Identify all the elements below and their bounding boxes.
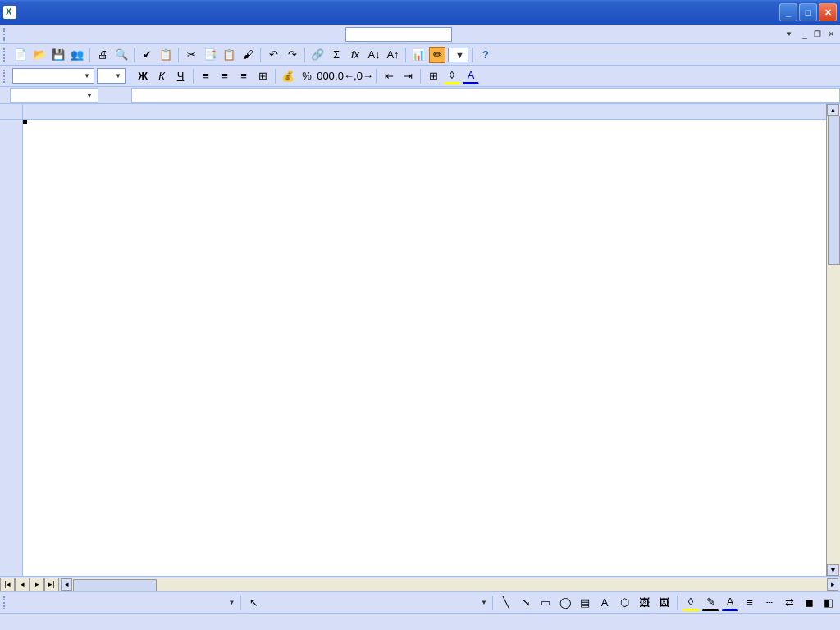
arrow-style-icon[interactable]: ⇄	[781, 595, 797, 611]
dropdown-arrow-icon[interactable]: ▼	[115, 72, 121, 80]
save-icon[interactable]: 💾	[50, 47, 66, 63]
bold-icon[interactable]: Ж	[135, 68, 151, 84]
italic-icon[interactable]: К	[153, 68, 170, 84]
underline-icon[interactable]: Ч	[172, 68, 189, 84]
select-objects-icon[interactable]: ↖	[246, 595, 262, 611]
diagram-icon[interactable]: ⬡	[616, 595, 632, 611]
zoom-combo[interactable]: ▼	[448, 48, 468, 62]
minimize-button[interactable]: _	[779, 3, 797, 21]
increase-decimal-icon[interactable]: ,0←	[336, 68, 353, 84]
picture-icon[interactable]: 🖼	[655, 595, 672, 611]
cells-area[interactable]	[23, 120, 826, 576]
close-button[interactable]: ✕	[819, 3, 837, 21]
scroll-up-icon[interactable]: ▲	[827, 104, 839, 116]
dropdown-arrow-icon[interactable]: ▼	[229, 599, 235, 606]
new-icon[interactable]: 📄	[12, 47, 29, 63]
align-left-icon[interactable]: ≡	[198, 68, 214, 84]
select-all-corner[interactable]	[0, 104, 23, 120]
undo-icon[interactable]: ↶	[265, 47, 281, 63]
formula-input[interactable]	[131, 88, 840, 103]
increase-indent-icon[interactable]: ⇥	[399, 68, 416, 84]
name-box[interactable]: ▼	[10, 88, 98, 103]
dropdown-arrow-icon[interactable]: ▼	[454, 50, 466, 60]
toolbar-grip-icon[interactable]	[3, 28, 7, 41]
title-bar: _ □ ✕	[0, 0, 840, 25]
oval-icon[interactable]: ◯	[557, 595, 573, 611]
worksheet-grid[interactable]: ▲ ▼	[0, 104, 840, 576]
arrow-icon[interactable]: ➘	[518, 595, 534, 611]
font-color-icon[interactable]: A	[463, 68, 479, 84]
drawing-icon[interactable]: ✏	[429, 47, 445, 63]
merge-center-icon[interactable]: ⊞	[254, 68, 271, 84]
clipart-icon[interactable]: 🖼	[636, 595, 652, 611]
dropdown-arrow-icon[interactable]: ▼	[786, 30, 792, 38]
currency-icon[interactable]: 💰	[280, 68, 296, 84]
line-icon[interactable]: ╲	[498, 595, 514, 611]
align-right-icon[interactable]: ≡	[235, 68, 252, 84]
permission-icon[interactable]: 👥	[69, 47, 85, 63]
toolbar-grip-icon[interactable]	[3, 70, 7, 83]
dropdown-arrow-icon[interactable]: ▼	[84, 72, 90, 80]
help-question-box[interactable]	[345, 27, 452, 42]
doc-minimize-button[interactable]: _	[799, 29, 810, 40]
align-center-icon[interactable]: ≡	[217, 68, 233, 84]
help-question-input[interactable]	[345, 27, 452, 42]
line-color-icon[interactable]: ✎	[702, 595, 719, 611]
autosum-icon[interactable]: Σ	[328, 47, 345, 63]
toolbar-grip-icon[interactable]	[3, 596, 7, 609]
fill-color-icon[interactable]: ◊	[682, 595, 699, 611]
scroll-down-icon[interactable]: ▼	[827, 564, 839, 576]
open-icon[interactable]: 📂	[31, 47, 48, 63]
3d-icon[interactable]: ◧	[820, 595, 837, 611]
tab-prev-icon[interactable]: ◂	[15, 578, 30, 591]
shadow-icon[interactable]: ◼	[801, 595, 817, 611]
wordart-icon[interactable]: A	[596, 595, 613, 611]
copy-icon[interactable]: 📑	[202, 47, 218, 63]
cut-icon[interactable]: ✂	[183, 47, 199, 63]
line-style-icon[interactable]: ≡	[742, 595, 758, 611]
redo-icon[interactable]: ↷	[284, 47, 300, 63]
sort-asc-icon[interactable]: A↓	[366, 47, 382, 63]
format-painter-icon[interactable]: 🖌	[240, 47, 256, 63]
rectangle-icon[interactable]: ▭	[537, 595, 554, 611]
formula-bar: ▼	[0, 87, 840, 104]
paste-icon[interactable]: 📋	[221, 47, 237, 63]
standard-toolbar: 📄 📂 💾 👥 🖨 🔍 ✔ 📋 ✂ 📑 📋 🖌 ↶ ↷ 🔗 Σ fx A↓ A↑…	[0, 44, 840, 66]
function-icon[interactable]: fx	[347, 47, 363, 63]
doc-close-button[interactable]: ✕	[825, 29, 837, 40]
hyperlink-icon[interactable]: 🔗	[309, 47, 326, 63]
tab-last-icon[interactable]: ▸|	[44, 578, 59, 591]
toolbar-grip-icon[interactable]	[3, 48, 7, 62]
print-icon[interactable]: 🖨	[94, 47, 111, 63]
excel-icon	[3, 6, 16, 19]
decrease-decimal-icon[interactable]: ,0→	[355, 68, 372, 84]
doc-restore-button[interactable]: ❐	[812, 29, 824, 40]
scroll-left-icon[interactable]: ◂	[61, 578, 72, 591]
row-headers	[0, 120, 23, 576]
print-preview-icon[interactable]: 🔍	[113, 47, 130, 63]
borders-icon[interactable]: ⊞	[425, 68, 441, 84]
chart-wizard-icon[interactable]: 📊	[410, 47, 427, 63]
tab-next-icon[interactable]: ▸	[30, 578, 44, 591]
dash-style-icon[interactable]: ┄	[761, 595, 778, 611]
status-bar	[0, 613, 840, 630]
thousands-icon[interactable]: 000	[317, 68, 334, 84]
horizontal-scrollbar[interactable]: ◂ ▸	[61, 578, 838, 591]
fill-color-icon[interactable]: ◊	[444, 68, 460, 84]
font-size-combo[interactable]: ▼	[97, 68, 126, 84]
spellcheck-icon[interactable]: ✔	[139, 47, 155, 63]
scroll-right-icon[interactable]: ▸	[827, 578, 838, 591]
percent-icon[interactable]: %	[299, 68, 315, 84]
font-color-icon[interactable]: A	[722, 595, 738, 611]
dropdown-arrow-icon[interactable]: ▼	[86, 92, 93, 99]
decrease-indent-icon[interactable]: ⇤	[381, 68, 397, 84]
font-name-combo[interactable]: ▼	[12, 68, 94, 84]
tab-first-icon[interactable]: |◂	[0, 578, 15, 591]
maximize-button[interactable]: □	[799, 3, 817, 21]
sort-desc-icon[interactable]: A↑	[385, 47, 401, 63]
help-icon[interactable]: ?	[477, 47, 494, 63]
research-icon[interactable]: 📋	[158, 47, 174, 63]
dropdown-arrow-icon[interactable]: ▼	[481, 599, 487, 606]
vertical-scrollbar[interactable]: ▲ ▼	[826, 104, 840, 576]
textbox-icon[interactable]: ▤	[577, 595, 593, 611]
